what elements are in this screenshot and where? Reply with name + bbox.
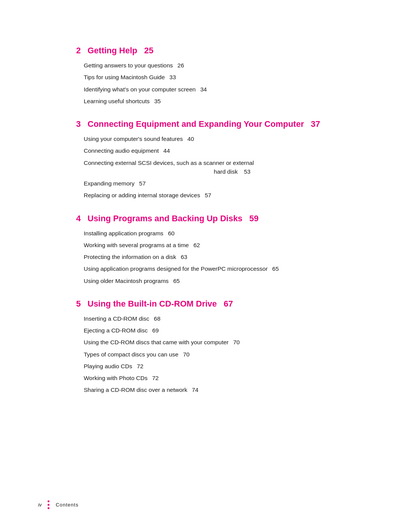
chapter-5-section: 5 Using the Built-in CD-ROM Drive 67 Ins… <box>76 299 350 395</box>
list-item: Replacing or adding internal storage dev… <box>84 191 350 200</box>
list-item: Getting answers to your questions 26 <box>84 61 350 70</box>
chapter-3-entries: Using your computer's sound features 40 … <box>76 134 350 200</box>
chapter-2-entries: Getting answers to your questions 26 Tip… <box>76 61 350 105</box>
list-item: Expanding memory 57 <box>84 179 350 188</box>
footer-section-label: Contents <box>56 502 78 508</box>
list-item: Ejecting a CD-ROM disc 69 <box>84 326 350 335</box>
chapter-4-heading: 4 Using Programs and Backing Up Disks 59 <box>76 214 350 224</box>
chapter-4-section: 4 Using Programs and Backing Up Disks 59… <box>76 214 350 285</box>
chapter-2-title: Getting Help <box>88 46 137 56</box>
list-item: Learning useful shortcuts 35 <box>84 97 350 105</box>
footer-dot-1 <box>48 500 49 502</box>
list-item: Using application programs designed for … <box>84 264 350 273</box>
page: 2 Getting Help 25 Getting answers to you… <box>0 0 411 532</box>
list-item: Using older Macintosh programs 65 <box>84 276 350 285</box>
chapter-5-page: 67 <box>224 299 233 309</box>
list-item: Sharing a CD-ROM disc over a network 74 <box>84 385 350 394</box>
list-item: Playing audio CDs 72 <box>84 362 350 371</box>
chapter-5-title: Using the Built-in CD-ROM Drive <box>88 299 217 309</box>
footer-dots-decoration <box>48 500 49 509</box>
list-item: Protecting the information on a disk 63 <box>84 252 350 261</box>
footer-page-number: iv <box>38 502 41 508</box>
footer-dot-2 <box>48 504 49 506</box>
chapter-2-heading: 2 Getting Help 25 <box>76 46 350 56</box>
list-item: Identifying what's on your computer scre… <box>84 85 350 94</box>
chapter-3-section: 3 Connecting Equipment and Expanding You… <box>76 119 350 200</box>
chapter-3-title: Connecting Equipment and Expanding Your … <box>88 119 304 129</box>
chapter-5-number: 5 <box>76 299 84 309</box>
chapter-4-number: 4 <box>76 214 84 224</box>
list-item: Inserting a CD-ROM disc 68 <box>84 314 350 323</box>
footer-dot-3 <box>48 507 49 509</box>
chapter-4-entries: Installing application programs 60 Worki… <box>76 229 350 285</box>
list-item: Using the CD-ROM discs that came with yo… <box>84 338 350 347</box>
list-item: Types of compact discs you can use 70 <box>84 350 350 359</box>
footer: iv Contents <box>38 500 78 509</box>
list-item: Using your computer's sound features 40 <box>84 134 350 143</box>
chapter-4-title: Using Programs and Backing Up Disks <box>88 214 242 224</box>
chapter-2-section: 2 Getting Help 25 Getting answers to you… <box>76 46 350 105</box>
chapter-3-heading: 3 Connecting Equipment and Expanding You… <box>76 119 350 129</box>
list-item: Connecting audio equipment 44 <box>84 146 350 155</box>
chapter-4-page: 59 <box>249 214 258 224</box>
chapter-5-heading: 5 Using the Built-in CD-ROM Drive 67 <box>76 299 350 309</box>
list-item: Working with Photo CDs 72 <box>84 374 350 382</box>
list-item: Working with several programs at a time … <box>84 241 350 249</box>
chapter-3-page: 37 <box>311 119 320 129</box>
chapter-5-entries: Inserting a CD-ROM disc 68 Ejecting a CD… <box>76 314 350 395</box>
list-item: Installing application programs 60 <box>84 229 350 238</box>
chapter-2-number: 2 <box>76 46 84 56</box>
chapter-2-page: 25 <box>144 46 153 56</box>
list-item: Tips for using Macintosh Guide 33 <box>84 73 350 81</box>
chapter-3-number: 3 <box>76 119 84 129</box>
list-item: Connecting external SCSI devices, such a… <box>84 158 350 176</box>
